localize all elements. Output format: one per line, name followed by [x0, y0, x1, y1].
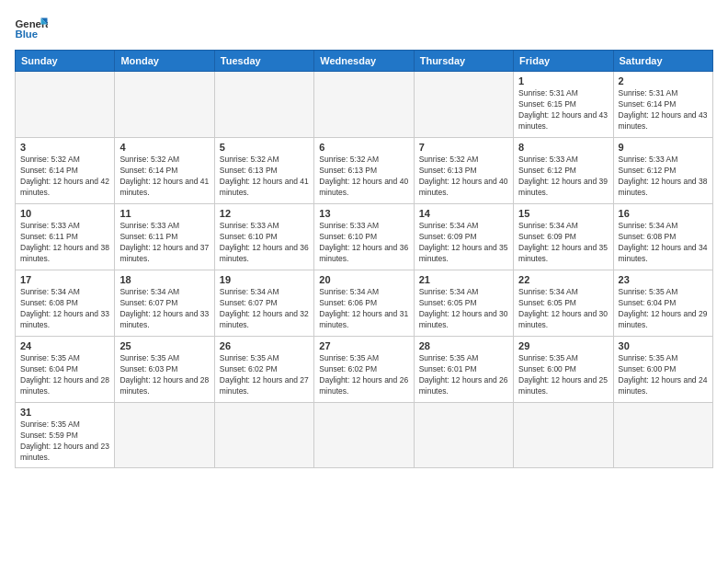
col-header-monday: Monday — [115, 51, 214, 72]
day-info: Sunrise: 5:32 AM Sunset: 6:14 PM Dayligh… — [119, 155, 209, 199]
calendar-cell: 5Sunrise: 5:32 AM Sunset: 6:13 PM Daylig… — [214, 138, 313, 204]
calendar-cell: 19Sunrise: 5:34 AM Sunset: 6:07 PM Dayli… — [214, 270, 313, 337]
col-header-tuesday: Tuesday — [214, 51, 313, 72]
calendar-header: SundayMondayTuesdayWednesdayThursdayFrid… — [16, 51, 713, 72]
day-info: Sunrise: 5:35 AM Sunset: 6:01 PM Dayligh… — [419, 353, 508, 397]
day-info: Sunrise: 5:35 AM Sunset: 6:02 PM Dayligh… — [220, 353, 309, 397]
calendar-cell: 7Sunrise: 5:32 AM Sunset: 6:13 PM Daylig… — [414, 138, 513, 204]
col-header-sunday: Sunday — [16, 51, 115, 72]
calendar-cell: 18Sunrise: 5:34 AM Sunset: 6:07 PM Dayli… — [115, 270, 214, 337]
day-number: 5 — [220, 142, 309, 153]
day-info: Sunrise: 5:31 AM Sunset: 6:15 PM Dayligh… — [518, 88, 608, 132]
day-number: 1 — [518, 75, 608, 86]
day-info: Sunrise: 5:32 AM Sunset: 6:13 PM Dayligh… — [319, 155, 408, 199]
day-number: 22 — [518, 274, 608, 285]
day-info: Sunrise: 5:35 AM Sunset: 6:03 PM Dayligh… — [119, 353, 209, 397]
logo: General Blue — [15, 15, 48, 40]
day-number: 8 — [518, 142, 608, 153]
calendar-cell: 20Sunrise: 5:34 AM Sunset: 6:06 PM Dayli… — [314, 270, 414, 337]
calendar-cell: 26Sunrise: 5:35 AM Sunset: 6:02 PM Dayli… — [214, 337, 313, 403]
day-info: Sunrise: 5:34 AM Sunset: 6:09 PM Dayligh… — [518, 221, 608, 265]
day-info: Sunrise: 5:34 AM Sunset: 6:05 PM Dayligh… — [419, 287, 508, 331]
day-number: 17 — [20, 274, 109, 285]
day-info: Sunrise: 5:32 AM Sunset: 6:13 PM Dayligh… — [220, 155, 309, 199]
day-number: 10 — [20, 208, 109, 219]
day-number: 2 — [619, 75, 708, 86]
day-info: Sunrise: 5:34 AM Sunset: 6:05 PM Dayligh… — [518, 287, 608, 331]
logo-icon: General Blue — [15, 15, 48, 40]
calendar-cell: 14Sunrise: 5:34 AM Sunset: 6:09 PM Dayli… — [414, 204, 513, 270]
day-number: 18 — [119, 274, 209, 285]
day-number: 4 — [119, 142, 209, 153]
calendar-cell: 12Sunrise: 5:33 AM Sunset: 6:10 PM Dayli… — [214, 204, 313, 270]
day-number: 23 — [619, 274, 708, 285]
calendar-cell: 3Sunrise: 5:32 AM Sunset: 6:14 PM Daylig… — [16, 138, 115, 204]
day-info: Sunrise: 5:32 AM Sunset: 6:14 PM Dayligh… — [20, 155, 109, 199]
day-info: Sunrise: 5:34 AM Sunset: 6:06 PM Dayligh… — [319, 287, 408, 331]
calendar-cell — [314, 403, 414, 468]
calendar-cell: 11Sunrise: 5:33 AM Sunset: 6:11 PM Dayli… — [115, 204, 214, 270]
day-number: 26 — [220, 340, 309, 351]
calendar-table: SundayMondayTuesdayWednesdayThursdayFrid… — [15, 50, 713, 468]
day-info: Sunrise: 5:33 AM Sunset: 6:10 PM Dayligh… — [319, 221, 408, 265]
day-number: 14 — [419, 208, 508, 219]
calendar-cell — [514, 403, 613, 468]
day-info: Sunrise: 5:33 AM Sunset: 6:12 PM Dayligh… — [619, 155, 708, 199]
day-number: 27 — [319, 340, 408, 351]
day-info: Sunrise: 5:34 AM Sunset: 6:08 PM Dayligh… — [619, 221, 708, 265]
day-number: 11 — [119, 208, 209, 219]
day-info: Sunrise: 5:35 AM Sunset: 6:02 PM Dayligh… — [319, 353, 408, 397]
day-info: Sunrise: 5:35 AM Sunset: 6:04 PM Dayligh… — [619, 287, 708, 331]
calendar-cell: 30Sunrise: 5:35 AM Sunset: 6:00 PM Dayli… — [613, 337, 712, 403]
calendar-cell: 15Sunrise: 5:34 AM Sunset: 6:09 PM Dayli… — [514, 204, 613, 270]
day-number: 13 — [319, 208, 408, 219]
day-number: 28 — [419, 340, 508, 351]
calendar-cell: 9Sunrise: 5:33 AM Sunset: 6:12 PM Daylig… — [613, 138, 712, 204]
calendar-cell — [115, 403, 214, 468]
day-number: 29 — [518, 340, 608, 351]
calendar-cell — [214, 403, 313, 468]
day-info: Sunrise: 5:35 AM Sunset: 5:59 PM Dayligh… — [20, 419, 109, 464]
calendar-cell: 23Sunrise: 5:35 AM Sunset: 6:04 PM Dayli… — [613, 270, 712, 337]
calendar-cell: 10Sunrise: 5:33 AM Sunset: 6:11 PM Dayli… — [16, 204, 115, 270]
calendar-cell — [613, 403, 712, 468]
calendar-cell: 22Sunrise: 5:34 AM Sunset: 6:05 PM Dayli… — [514, 270, 613, 337]
calendar-cell: 24Sunrise: 5:35 AM Sunset: 6:04 PM Dayli… — [16, 337, 115, 403]
day-number: 24 — [20, 340, 109, 351]
calendar-cell: 16Sunrise: 5:34 AM Sunset: 6:08 PM Dayli… — [613, 204, 712, 270]
calendar-cell — [314, 72, 414, 138]
calendar-cell: 13Sunrise: 5:33 AM Sunset: 6:10 PM Dayli… — [314, 204, 414, 270]
day-info: Sunrise: 5:35 AM Sunset: 6:04 PM Dayligh… — [20, 353, 109, 397]
day-info: Sunrise: 5:34 AM Sunset: 6:09 PM Dayligh… — [419, 221, 508, 265]
svg-text:Blue: Blue — [16, 29, 39, 40]
day-number: 20 — [319, 274, 408, 285]
day-number: 21 — [419, 274, 508, 285]
calendar-cell: 6Sunrise: 5:32 AM Sunset: 6:13 PM Daylig… — [314, 138, 414, 204]
calendar-cell — [414, 403, 513, 468]
calendar-cell: 28Sunrise: 5:35 AM Sunset: 6:01 PM Dayli… — [414, 337, 513, 403]
day-number: 9 — [619, 142, 708, 153]
day-info: Sunrise: 5:31 AM Sunset: 6:14 PM Dayligh… — [619, 88, 708, 132]
day-number: 19 — [220, 274, 309, 285]
calendar-cell: 4Sunrise: 5:32 AM Sunset: 6:14 PM Daylig… — [115, 138, 214, 204]
day-info: Sunrise: 5:33 AM Sunset: 6:10 PM Dayligh… — [220, 221, 309, 265]
day-number: 7 — [419, 142, 508, 153]
calendar-cell: 25Sunrise: 5:35 AM Sunset: 6:03 PM Dayli… — [115, 337, 214, 403]
calendar-cell: 29Sunrise: 5:35 AM Sunset: 6:00 PM Dayli… — [514, 337, 613, 403]
col-header-wednesday: Wednesday — [314, 51, 414, 72]
calendar-cell: 31Sunrise: 5:35 AM Sunset: 5:59 PM Dayli… — [16, 403, 115, 468]
calendar-cell: 8Sunrise: 5:33 AM Sunset: 6:12 PM Daylig… — [514, 138, 613, 204]
day-info: Sunrise: 5:35 AM Sunset: 6:00 PM Dayligh… — [619, 353, 708, 397]
day-info: Sunrise: 5:32 AM Sunset: 6:13 PM Dayligh… — [419, 155, 508, 199]
day-number: 15 — [518, 208, 608, 219]
day-number: 25 — [119, 340, 209, 351]
calendar-cell — [214, 72, 313, 138]
day-number: 31 — [20, 407, 109, 418]
day-info: Sunrise: 5:35 AM Sunset: 6:00 PM Dayligh… — [518, 353, 608, 397]
calendar-cell: 1Sunrise: 5:31 AM Sunset: 6:15 PM Daylig… — [514, 72, 613, 138]
day-info: Sunrise: 5:34 AM Sunset: 6:08 PM Dayligh… — [20, 287, 109, 331]
day-number: 6 — [319, 142, 408, 153]
calendar-cell: 21Sunrise: 5:34 AM Sunset: 6:05 PM Dayli… — [414, 270, 513, 337]
day-info: Sunrise: 5:33 AM Sunset: 6:12 PM Dayligh… — [518, 155, 608, 199]
calendar-cell: 2Sunrise: 5:31 AM Sunset: 6:14 PM Daylig… — [613, 72, 712, 138]
